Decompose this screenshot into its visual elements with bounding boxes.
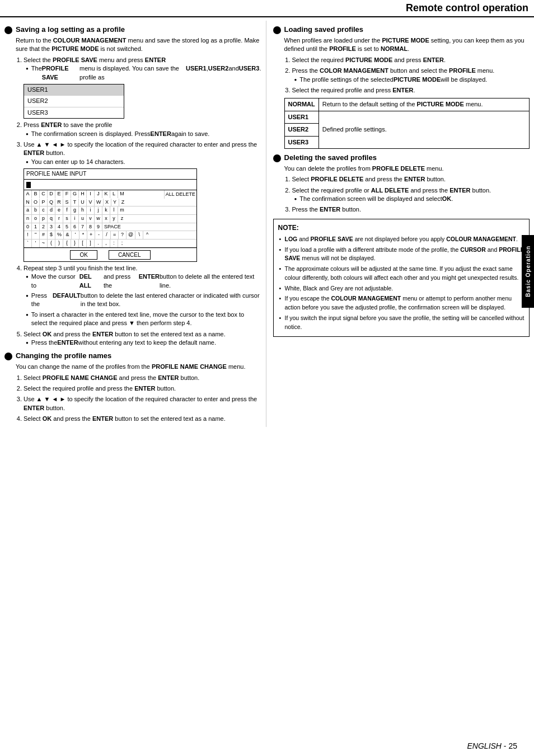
changing-steps: Select PROFILE NAME CHANGE and press the…	[24, 374, 261, 424]
loading-step3: Select the required profile and press EN…	[292, 86, 530, 95]
saving-step3: Use ▲ ▼ ◄ ► to specify the location of t…	[24, 140, 261, 262]
saving-step2-bullets: The confirmation screen is displayed. Pr…	[26, 130, 261, 138]
section-bullet-deleting	[273, 154, 281, 162]
changing-step3: Use ▲ ▼ ◄ ► to specify the location of t…	[24, 395, 261, 412]
profile-label-user1: USER1	[284, 111, 318, 123]
all-delete-container: ALL DELETE	[164, 190, 196, 199]
deleting-step3: Press the ENTER button.	[292, 205, 530, 214]
section-deleting-header: Deleting the saved profiles	[273, 153, 530, 162]
cancel-button[interactable]: CANCEL	[109, 250, 151, 260]
user-item-3: USER3	[24, 107, 124, 118]
section-deleting-body: You can delete the profiles from PROFILE…	[284, 165, 530, 214]
saving-step4-bullet1: Move the cursor to DEL ALL and press the…	[26, 273, 261, 290]
changing-intro: You can change the name of the profiles …	[16, 363, 261, 371]
profile-label-user2: USER2	[284, 124, 318, 136]
profile-label-normal: NORMAL	[284, 98, 318, 111]
page-footer: ENGLISH - 25	[467, 741, 517, 750]
footer-text: ENGLISH - 25	[467, 741, 517, 750]
deleting-step1: Select PROFILE DELETE and press the ENTE…	[292, 175, 530, 184]
keyboard-row-2: NOPQRSTUVWXYZ	[24, 199, 196, 207]
section-loading-body: When profiles are loaded under the PICTU…	[284, 36, 530, 149]
user-item-2: USER2	[24, 96, 124, 107]
changing-step2: Select the required profile and press th…	[24, 384, 261, 393]
page-container: Remote control operation Saving a log se…	[0, 0, 534, 756]
saving-steps: Select the PROFILE SAVE menu and press E…	[24, 56, 261, 348]
note-item-4: If you escape the COLOUR MANAGEMENT menu…	[278, 294, 525, 312]
profile-desc-normal: Return to the default setting of the PIC…	[318, 98, 529, 111]
right-column: Loading saved profiles When profiles are…	[271, 21, 530, 427]
profile-table-row-user1: USER1 Defined profile settings.	[284, 111, 530, 123]
note-title: NOTE:	[278, 223, 525, 233]
loading-step2: Press the COLOR MANAGEMENT button and se…	[292, 67, 530, 84]
profile-cursor	[26, 182, 31, 188]
user-list-box: USER1 USER2 USER3	[24, 84, 124, 119]
saving-step1-bullets: The PROFILE SAVE menu is displayed. You …	[26, 64, 261, 82]
saving-step4-bullets: Move the cursor to DEL ALL and press the…	[26, 273, 261, 327]
side-tab-text: Basic Operation	[525, 246, 531, 297]
saving-step2: Press ENTER to save the profile The conf…	[24, 121, 261, 138]
keyboard-row-3: abcdefghijklm	[24, 206, 196, 215]
page-title: Remote control operation	[406, 2, 528, 14]
section-saving-body: Return to the COLOUR MANAGEMENT menu and…	[16, 36, 261, 347]
saving-step1: Select the PROFILE SAVE menu and press E…	[24, 56, 261, 119]
profile-label-user3: USER3	[284, 136, 318, 148]
loading-intro: When profiles are loaded under the PICTU…	[284, 36, 530, 54]
section-deleting-title: Deleting the saved profiles	[284, 153, 377, 162]
note-item-0: LOG and PROFILE SAVE are not displayed b…	[278, 235, 525, 244]
section-saving-header: Saving a log setting as a profile	[4, 25, 261, 34]
note-list: LOG and PROFILE SAVE are not displayed b…	[278, 235, 525, 332]
loading-step2-bullet1: The profile settings of the selected PIC…	[294, 76, 530, 84]
keyboard-row-5: 0123456789SPACE	[24, 223, 196, 232]
saving-step5-bullet1: Press the ENTER without entering any tex…	[26, 339, 261, 347]
profile-input-box: PROFILE NAME INPUT ABCDEFGHIJKLM	[24, 168, 197, 262]
keyboard-row-6: !"#$%&'*+-/=?@\^	[24, 231, 196, 240]
keyboard-row-4: nopqrsiuvwxyz	[24, 215, 196, 223]
saving-step1-bullet1: The PROFILE SAVE menu is displayed. You …	[26, 64, 261, 82]
page-header: Remote control operation	[0, 0, 534, 17]
section-loading-header: Loading saved profiles	[273, 25, 530, 34]
note-item-5: If you switch the input signal before yo…	[278, 314, 525, 332]
profile-desc-user: Defined profile settings.	[318, 111, 529, 148]
profile-cursor-row	[24, 180, 196, 190]
profile-input-title: PROFILE NAME INPUT	[24, 169, 196, 180]
note-item-1: If you load a profile with a different a…	[278, 246, 525, 264]
deleting-step2-bullet1: The confirmation screen will be displaye…	[294, 195, 530, 203]
loading-steps: Select the required PICTURE MODE and pre…	[292, 56, 530, 95]
profile-table-row-normal: NORMAL Return to the default setting of …	[284, 98, 530, 111]
changing-step4: Select OK and press the ENTER button to …	[24, 415, 261, 423]
keyboard-grid: ABCDEFGHIJKLM ALL DELETE NOPQRSTUVWXYZ	[24, 190, 196, 248]
saving-step5-bullets: Press the ENTER without entering any tex…	[26, 339, 261, 347]
section-changing-title: Changing the profile names	[16, 351, 111, 360]
main-content: Saving a log setting as a profile Return…	[0, 21, 534, 427]
saving-step5: Select OK and press the ENTER button to …	[24, 330, 261, 348]
section-loading-title: Loading saved profiles	[284, 25, 364, 34]
ok-cancel-row: OK CANCEL	[24, 248, 196, 261]
deleting-steps: Select PROFILE DELETE and press the ENTE…	[292, 175, 530, 214]
saving-intro: Return to the COLOUR MANAGEMENT menu and…	[16, 36, 261, 54]
loading-step1: Select the required PICTURE MODE and pre…	[292, 56, 530, 64]
saving-step4: Repeat step 3 until you finish the text …	[24, 264, 261, 328]
section-changing-body: You can change the name of the profiles …	[16, 363, 261, 423]
deleting-intro: You can delete the profiles from PROFILE…	[284, 165, 530, 173]
note-box: NOTE: LOG and PROFILE SAVE are not displ…	[273, 219, 530, 337]
loading-step2-bullets: The profile settings of the selected PIC…	[294, 76, 530, 84]
deleting-step2: Select the required profile or ALL DELET…	[292, 186, 530, 204]
profile-table: NORMAL Return to the default setting of …	[284, 98, 530, 149]
keyboard-row-flex-1: ABCDEFGHIJKLM ALL DELETE	[24, 190, 196, 199]
saving-step2-bullet1: The confirmation screen is displayed. Pr…	[26, 130, 261, 138]
saving-step4-bullet3: To insert a character in the entered tex…	[26, 311, 261, 328]
section-saving-title: Saving a log setting as a profile	[16, 25, 125, 34]
ok-button[interactable]: OK	[70, 250, 97, 260]
keyboard-row-7: `'~(){}[].,:;	[24, 240, 196, 247]
user-item-1: USER1	[24, 84, 124, 96]
changing-step1: Select PROFILE NAME CHANGE and press the…	[24, 374, 261, 382]
keyboard-row-1: ABCDEFGHIJKLM	[24, 190, 164, 198]
all-delete-label: ALL DELETE	[166, 191, 195, 198]
left-column: Saving a log setting as a profile Return…	[4, 21, 266, 427]
section-changing-header: Changing the profile names	[4, 351, 261, 360]
section-bullet-changing	[4, 353, 12, 360]
deleting-step2-bullets: The confirmation screen will be displaye…	[294, 195, 530, 203]
section-bullet-loading	[273, 26, 281, 34]
saving-step3-bullets: You can enter up to 14 characters.	[26, 158, 261, 166]
note-item-2: The approximate colours will be adjusted…	[278, 265, 525, 283]
